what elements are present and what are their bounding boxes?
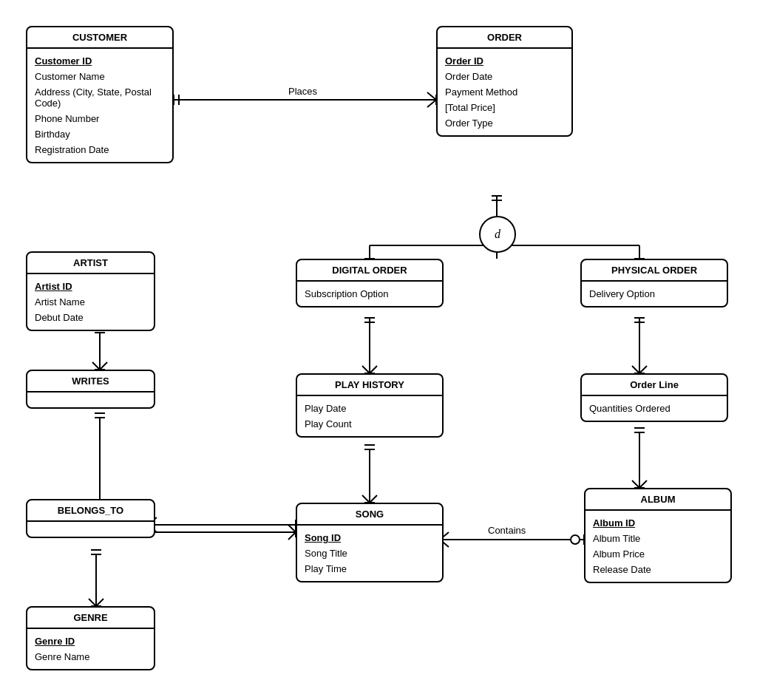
artist-field-1: Artist Name <box>35 294 146 310</box>
order-header: ORDER <box>438 27 571 49</box>
svg-point-68 <box>571 535 580 544</box>
song-body: Song ID Song Title Play Time <box>297 526 442 581</box>
customer-header: CUSTOMER <box>27 27 172 49</box>
digital-order-field-0: Subscription Option <box>305 286 435 302</box>
genre-body: Genre ID Genre Name <box>27 629 154 669</box>
customer-field-2: Address (City, State, Postal Code) <box>35 84 165 111</box>
physical-order-header: PHYSICAL ORDER <box>582 260 727 282</box>
svg-line-22 <box>370 366 377 373</box>
svg-line-62 <box>89 599 96 606</box>
svg-line-31 <box>632 480 639 488</box>
order-line-body: Quantities Ordered <box>582 396 727 421</box>
order-field-0: Order ID <box>445 53 564 69</box>
order-body: Order ID Order Date Payment Method [Tota… <box>438 49 571 135</box>
writes-header: WRITES <box>27 371 154 393</box>
genre-field-0: Genre ID <box>35 633 146 649</box>
svg-line-4 <box>427 92 436 100</box>
order-line-entity: Order Line Quantities Ordered <box>580 373 728 422</box>
order-line-header: Order Line <box>582 375 727 396</box>
physical-order-entity: PHYSICAL ORDER Delivery Option <box>580 259 728 307</box>
customer-field-5: Registration Date <box>35 142 165 157</box>
digital-order-header: DIGITAL ORDER <box>297 260 442 282</box>
album-header: ALBUM <box>585 489 730 511</box>
album-field-2: Album Price <box>593 546 723 562</box>
order-field-1: Order Date <box>445 69 564 84</box>
belongs-to-body <box>27 522 154 537</box>
album-body: Album ID Album Title Album Price Release… <box>585 511 730 582</box>
customer-field-1: Customer Name <box>35 69 165 84</box>
customer-field-4: Birthday <box>35 126 165 142</box>
play-history-body: Play Date Play Count <box>297 396 442 436</box>
customer-body: Customer ID Customer Name Address (City,… <box>27 49 172 162</box>
svg-line-27 <box>632 366 639 373</box>
play-history-field-1: Play Count <box>305 416 435 432</box>
album-entity: ALBUM Album ID Album Title Album Price R… <box>584 488 732 583</box>
order-line-field-0: Quantities Ordered <box>589 401 719 416</box>
order-field-3: [Total Price] <box>445 100 564 115</box>
album-field-3: Release Date <box>593 562 723 577</box>
customer-entity: CUSTOMER Customer ID Customer Name Addre… <box>26 26 174 163</box>
customer-field-0: Customer ID <box>35 53 165 69</box>
svg-line-5 <box>427 100 436 107</box>
song-header: SONG <box>297 504 442 526</box>
svg-line-28 <box>639 366 647 373</box>
order-entity: ORDER Order ID Order Date Payment Method… <box>436 26 573 137</box>
svg-line-51 <box>288 532 296 540</box>
artist-field-2: Debut Date <box>35 310 146 325</box>
erd-diagram: Places <box>0 0 757 700</box>
order-field-2: Payment Method <box>445 84 564 100</box>
order-field-4: Order Type <box>445 115 564 131</box>
album-field-0: Album ID <box>593 515 723 531</box>
physical-order-field-0: Delivery Option <box>589 286 719 302</box>
belongs-to-entity: BELONGS_TO <box>26 499 155 538</box>
genre-header: GENRE <box>27 608 154 629</box>
album-field-1: Album Title <box>593 531 723 546</box>
svg-line-50 <box>288 525 296 532</box>
writes-body <box>27 393 154 407</box>
artist-field-0: Artist ID <box>35 279 146 294</box>
customer-field-3: Phone Number <box>35 111 165 126</box>
digital-order-entity: DIGITAL ORDER Subscription Option <box>296 259 444 307</box>
disjoint-circle: d <box>479 216 516 253</box>
places-label: Places <box>288 86 318 97</box>
play-history-entity: PLAY HISTORY Play Date Play Count <box>296 373 444 438</box>
song-entity: SONG Song ID Song Title Play Time <box>296 503 444 582</box>
svg-line-38 <box>370 495 377 503</box>
digital-order-body: Subscription Option <box>297 282 442 306</box>
svg-line-44 <box>100 362 107 370</box>
svg-line-21 <box>362 366 370 373</box>
genre-field-1: Genre Name <box>35 649 146 665</box>
svg-line-43 <box>92 362 100 370</box>
svg-line-63 <box>96 599 103 606</box>
play-history-header: PLAY HISTORY <box>297 375 442 396</box>
song-field-1: Song Title <box>305 546 435 561</box>
play-history-field-0: Play Date <box>305 401 435 416</box>
artist-body: Artist ID Artist Name Debut Date <box>27 274 154 330</box>
svg-line-37 <box>362 495 370 503</box>
song-field-0: Song ID <box>305 530 435 546</box>
svg-line-32 <box>639 480 647 488</box>
contains-label: Contains <box>488 525 526 536</box>
song-field-2: Play Time <box>305 561 435 577</box>
belongs-to-header: BELONGS_TO <box>27 500 154 522</box>
d-label: d <box>495 228 500 241</box>
writes-entity: WRITES <box>26 370 155 409</box>
physical-order-body: Delivery Option <box>582 282 727 306</box>
genre-entity: GENRE Genre ID Genre Name <box>26 606 155 670</box>
artist-entity: ARTIST Artist ID Artist Name Debut Date <box>26 251 155 331</box>
artist-header: ARTIST <box>27 253 154 274</box>
